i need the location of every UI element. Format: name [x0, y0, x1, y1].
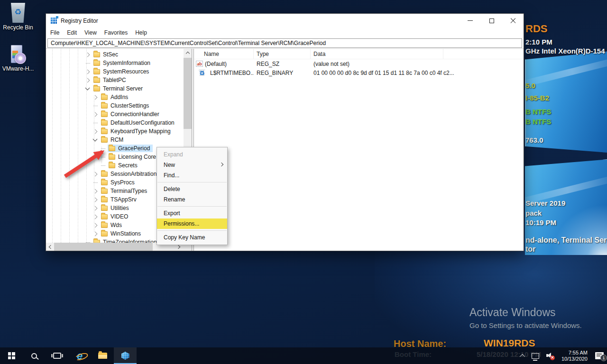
expand-chevron-icon[interactable] [85, 69, 90, 74]
vmware-desktop-icon[interactable]: VMware-H... [1, 45, 35, 72]
expand-chevron-icon[interactable] [93, 112, 98, 117]
tree-node: TabletPC [92, 76, 129, 84]
value-row-l-rtmtimebo[interactable]: 011110L$RTMTIMEBO...REG_BINARY01 00 00 0… [194, 68, 524, 77]
tree-item-systemresources[interactable]: SystemResources [46, 67, 184, 76]
tree-node: SysProcs [100, 179, 138, 186]
chevron-up-icon [520, 354, 525, 359]
tree-item-addins[interactable]: AddIns [46, 93, 184, 101]
tree-item-rcm[interactable]: RCM [46, 136, 184, 144]
tree-connector [93, 123, 98, 123]
tree-node: StSec [92, 51, 121, 58]
search-button[interactable] [23, 347, 46, 364]
context-menu-item-permissions[interactable]: Permissions... [157, 218, 227, 229]
column-header-name[interactable]: Name [194, 49, 254, 59]
folder-icon [101, 180, 108, 185]
tree-item-terminal-server[interactable]: Terminal Server [46, 84, 184, 93]
tree-item-systeminformation[interactable]: SystemInformation [46, 59, 184, 67]
tree-item-connectionhandler[interactable]: ConnectionHandler [46, 110, 184, 118]
vmware-label: VMware-H... [1, 65, 35, 72]
menu-favorites[interactable]: Favorites [101, 29, 131, 36]
values-list: ab(Default)REG_SZ(value not set)011110L$… [194, 59, 524, 77]
menu-view[interactable]: View [81, 29, 101, 36]
notification-center-icon: 1 [595, 352, 604, 359]
notification-center-button[interactable]: 1 [592, 347, 607, 364]
volume-tray-button[interactable]: ✕ [543, 347, 557, 364]
folder-icon [101, 231, 108, 237]
expand-chevron-icon[interactable] [93, 231, 98, 236]
column-header-data[interactable]: Data [311, 49, 443, 59]
horizontal-scroll-thumb[interactable] [54, 243, 153, 251]
scroll-left-arrow[interactable] [46, 243, 54, 251]
tree-node: WinStations [100, 230, 144, 237]
recycle-bin-desktop-icon[interactable]: Recycle Bin [1, 3, 35, 31]
registry-editor-cube-icon [121, 352, 129, 360]
file-explorer-button[interactable] [91, 347, 114, 364]
expand-chevron-icon[interactable] [85, 78, 90, 82]
address-bar-row [46, 38, 524, 48]
expand-chevron-icon[interactable] [93, 197, 98, 202]
tree-item-label: TSAppSrv [110, 196, 137, 203]
tree-node: Licensing Core [108, 153, 159, 161]
tree-item-label: RCM [110, 136, 123, 143]
collapse-chevron-icon[interactable] [85, 86, 90, 91]
value-name: L$RTMTIMEBO... [210, 70, 254, 76]
expand-chevron-icon[interactable] [93, 172, 98, 176]
menu-help[interactable]: Help [131, 29, 151, 36]
tree-node: TSAppSrv [100, 196, 139, 203]
vertical-scroll-thumb[interactable] [184, 58, 192, 129]
address-bar-input[interactable] [47, 38, 522, 48]
scroll-up-arrow[interactable] [184, 49, 192, 57]
context-menu-item-export[interactable]: Export [157, 208, 227, 218]
menu-edit[interactable]: Edit [63, 29, 81, 36]
value-data: (value not set) [311, 61, 524, 67]
tree-item-stsec[interactable]: StSec [46, 50, 184, 59]
menu-file[interactable]: File [46, 29, 63, 36]
expand-chevron-icon[interactable] [93, 223, 98, 228]
close-button[interactable] [502, 14, 524, 27]
recycle-bin-label: Recycle Bin [1, 24, 35, 31]
notification-count-badge: 1 [600, 355, 607, 361]
expand-chevron-icon[interactable] [93, 129, 98, 134]
tree-item-label: WinStations [110, 230, 141, 237]
expand-chevron-icon[interactable] [85, 52, 90, 57]
tree-item-clustersettings[interactable]: ClusterSettings [46, 101, 184, 110]
tree-item-defaultuserconfiguration[interactable]: DefaultUserConfiguration [46, 118, 184, 127]
title-bar[interactable]: Registry Editor [46, 14, 524, 27]
context-menu-item-delete[interactable]: Delete [157, 184, 227, 194]
tree-item-label: SystemResources [103, 68, 149, 75]
task-view-button[interactable] [46, 347, 68, 364]
value-row-default[interactable]: ab(Default)REG_SZ(value not set) [194, 59, 524, 68]
context-menu-item-copy-key-name[interactable]: Copy Key Name [157, 232, 227, 243]
context-menu-item-expand: Expand [157, 149, 227, 160]
tree-item-tabletpc[interactable]: TabletPC [46, 76, 184, 84]
tree-item-label: DefaultUserConfiguration [110, 119, 175, 126]
taskbar: e ✕ 7:55 AM 10/13/2020 1 [0, 347, 607, 364]
context-menu-item-find[interactable]: Find... [157, 170, 227, 181]
tree-item-keyboardtype-mapping[interactable]: KeyboardType Mapping [46, 127, 184, 136]
tree-node: SystemResources [92, 68, 152, 75]
internet-explorer-button[interactable]: e [68, 347, 91, 364]
context-menu-item-rename[interactable]: Rename [157, 194, 227, 205]
tree-node: RCM [100, 136, 126, 144]
value-name-cell: ab(Default) [194, 61, 254, 67]
taskbar-clock[interactable]: 7:55 AM 10/13/2020 [557, 350, 592, 362]
registry-editor-taskbar-button[interactable] [114, 347, 137, 364]
start-button[interactable] [0, 347, 23, 364]
maximize-button[interactable] [481, 14, 502, 27]
expand-chevron-icon[interactable] [93, 214, 98, 219]
expand-chevron-icon[interactable] [93, 206, 98, 210]
tree-item-label: SysProcs [110, 179, 135, 186]
expand-chevron-icon[interactable] [93, 95, 98, 100]
expand-chevron-icon[interactable] [93, 189, 98, 193]
folder-icon [101, 95, 108, 100]
collapse-chevron-icon[interactable] [93, 137, 98, 142]
network-tray-button[interactable] [528, 347, 543, 364]
tree-item-label: VIDEO [110, 213, 128, 220]
context-menu-item-new[interactable]: New [157, 160, 227, 170]
tray-overflow-button[interactable] [518, 347, 528, 364]
folder-icon [101, 103, 108, 109]
minimize-button[interactable] [460, 14, 481, 27]
column-header-type[interactable]: Type [254, 49, 311, 59]
folder-icon [101, 189, 108, 194]
folder-icon [93, 52, 100, 57]
